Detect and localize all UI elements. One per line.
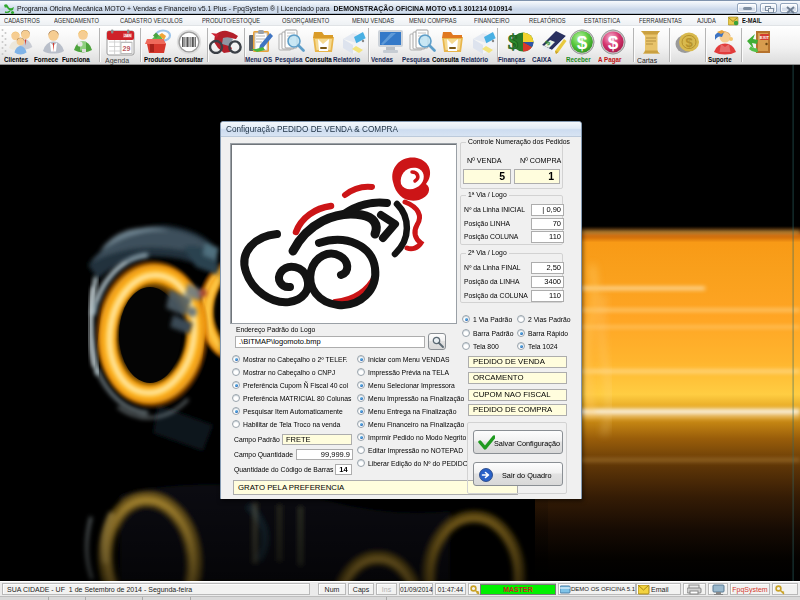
svg-text:$: $	[685, 35, 693, 50]
svg-text:JAN: JAN	[124, 34, 131, 38]
svg-text:EXIT: EXIT	[760, 35, 770, 40]
svg-text:29: 29	[123, 45, 131, 52]
svg-text:$: $	[577, 32, 588, 53]
svg-text:$: $	[608, 32, 619, 53]
svg-text:$: $	[508, 30, 519, 54]
